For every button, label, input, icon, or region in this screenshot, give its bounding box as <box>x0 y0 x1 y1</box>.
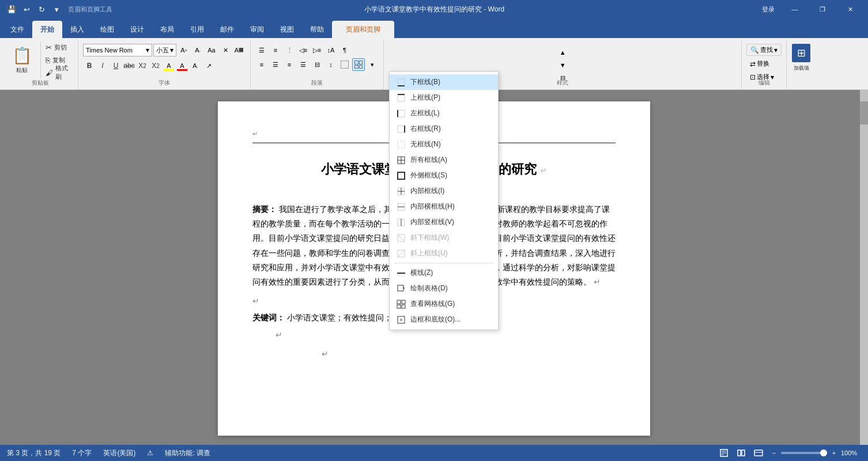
increase-font-button[interactable]: A+ <box>178 44 190 56</box>
restore-button[interactable]: ❐ <box>809 0 836 18</box>
tab-draw[interactable]: 绘图 <box>92 21 122 38</box>
strikethrough-button[interactable]: abc <box>123 59 135 72</box>
font-color-button[interactable]: A <box>176 59 188 72</box>
menu-item-diag-up: 斜上框线(U) <box>390 245 498 261</box>
find-button[interactable]: 🔍 查找 ▾ <box>746 44 782 56</box>
subscript-button[interactable]: X2 <box>136 59 149 72</box>
right-border-icon <box>397 124 406 134</box>
paragraph-row1: ☰ ≡ ⋮ ◁≡ ▷≡ ↕A ¶ <box>255 44 379 56</box>
bullets-button[interactable]: ☰ <box>255 44 268 56</box>
undo-quick-btn[interactable]: ↩ <box>20 2 33 16</box>
bold-button[interactable]: B <box>83 59 96 72</box>
menu-item-outside-border[interactable]: 外侧框线(S) <box>390 168 498 183</box>
justify-button[interactable]: ☰ <box>297 58 310 71</box>
save-quick-btn[interactable]: 💾 <box>5 2 18 16</box>
svg-line-21 <box>398 235 405 241</box>
menu-item-draw-table[interactable]: 绘制表格(D) <box>390 281 498 296</box>
show-hide-button[interactable]: ¶ <box>338 44 351 56</box>
tab-mailings[interactable]: 邮件 <box>212 21 242 38</box>
read-view-btn[interactable] <box>735 447 748 459</box>
context-tab-label: 页眉和页脚工具 <box>68 5 112 14</box>
print-layout-view-btn[interactable] <box>718 447 730 459</box>
zoom-level[interactable]: 100% <box>841 449 861 456</box>
menu-item-top-border[interactable]: 上框线(P) <box>390 90 498 105</box>
font-case-button[interactable]: Aa <box>205 44 218 56</box>
cut-button[interactable]: ✂ 剪切 <box>43 41 73 53</box>
menu-item-left-border[interactable]: 左框线(L) <box>390 105 498 121</box>
col-break-button[interactable]: ⊟ <box>311 58 323 71</box>
language-indicator[interactable]: 英语(美国) <box>103 448 135 458</box>
menu-item-no-border[interactable]: 无框线(N) <box>390 137 498 152</box>
borders-dropdown-button[interactable]: ▾ <box>366 58 379 71</box>
addons-button[interactable]: ⊞ <box>792 44 810 62</box>
tab-view[interactable]: 视图 <box>272 21 302 38</box>
menu-item-view-grid[interactable]: 查看网格线(G) <box>390 296 498 312</box>
tab-help[interactable]: 帮助 <box>302 21 332 38</box>
align-right-button[interactable]: ≡ <box>283 58 296 71</box>
menu-item-borders-shading[interactable]: 边框和底纹(O)... <box>390 312 498 327</box>
paragraph-row2: ≡ ☰ ≡ ☰ ⊟ ↕ ▾ <box>255 58 379 71</box>
vertical-scrollbar[interactable] <box>860 90 868 445</box>
multilevel-list-button[interactable]: ⋮ <box>283 44 296 56</box>
menu-item-inside-border[interactable]: 内部框线(I) <box>390 183 498 199</box>
shading-button[interactable] <box>338 58 351 71</box>
paste-button[interactable]: 📋 粘贴 <box>7 41 37 78</box>
font-family-selector[interactable]: Times New Rom ▾ <box>83 44 152 56</box>
scrollbar-thumb[interactable] <box>860 101 868 124</box>
replace-button[interactable]: ⇄ 替换 <box>746 58 782 69</box>
clear-format-button[interactable]: ✕ <box>219 44 232 56</box>
zoom-slider[interactable] <box>781 452 827 454</box>
align-center-button[interactable]: ☰ <box>269 58 282 71</box>
size-dropdown-icon: ▾ <box>170 46 173 54</box>
menu-item-inner-horiz-border[interactable]: 内部横框线(H) <box>390 199 498 214</box>
decrease-font-button[interactable]: A- <box>191 44 204 56</box>
tab-review[interactable]: 审阅 <box>242 21 272 38</box>
close-button[interactable]: ✕ <box>837 0 863 18</box>
minimize-button[interactable]: — <box>782 0 808 18</box>
font-dialog-button[interactable]: ↗ <box>202 59 215 72</box>
web-view-btn[interactable] <box>752 447 765 459</box>
text-highlight-button[interactable]: A <box>163 59 175 72</box>
menu-item-bottom-border[interactable]: 下框线(B) <box>390 74 498 90</box>
menu-item-right-border[interactable]: 右框线(R) <box>390 121 498 137</box>
inside-border-icon <box>397 187 406 196</box>
addons-group: ⊞ 加载项 <box>787 40 816 89</box>
sort-button[interactable]: ↕A <box>324 44 337 56</box>
decrease-indent-button[interactable]: ◁≡ <box>297 44 310 56</box>
tab-layout[interactable]: 布局 <box>152 21 182 38</box>
menu-item-inner-vert-border[interactable]: 内部竖框线(V) <box>390 214 498 230</box>
styles-scroll-down[interactable]: ▼ <box>556 59 569 71</box>
tab-home[interactable]: 开始 <box>32 21 62 38</box>
align-left-button[interactable]: ≡ <box>255 58 268 71</box>
redo-quick-btn[interactable]: ↻ <box>35 2 48 16</box>
login-button[interactable]: 登录 <box>756 0 780 18</box>
accessibility-status[interactable]: 辅助功能: 调查 <box>165 448 210 458</box>
more-quick-btn[interactable]: ▾ <box>50 2 63 16</box>
tab-header-footer[interactable]: 页眉和页脚 <box>332 21 394 38</box>
italic-button[interactable]: I <box>96 59 109 72</box>
zoom-out-btn[interactable]: − <box>769 448 779 458</box>
tab-file[interactable]: 文件 <box>2 21 32 38</box>
ribbon-tabs: 文件 开始 插入 绘图 设计 布局 引用 邮件 审阅 视图 帮助 页眉和页脚 <box>0 18 868 38</box>
menu-item-all-borders[interactable]: 所有框线(A) <box>390 152 498 168</box>
svg-rect-31 <box>400 319 402 321</box>
zoom-in-btn[interactable]: + <box>829 448 839 458</box>
menu-item-horizontal-line[interactable]: 横线(Z) <box>390 265 498 281</box>
styles-scroll-up[interactable]: ▲ <box>556 46 569 59</box>
underline-button[interactable]: U <box>110 59 122 72</box>
borders-button[interactable] <box>352 58 365 71</box>
tab-references[interactable]: 引用 <box>182 21 212 38</box>
increase-indent-button[interactable]: ▷≡ <box>311 44 323 56</box>
tab-insert[interactable]: 插入 <box>62 21 92 38</box>
status-left: 第 3 页，共 19 页 7 个字 英语(美国) ⚠ 辅助功能: 调查 <box>7 448 210 458</box>
font-size-selector[interactable]: 小五 ▾ <box>153 44 176 56</box>
superscript-button[interactable]: X2 <box>149 59 162 72</box>
text-effects-button[interactable]: A⬛ <box>233 44 246 56</box>
tab-design[interactable]: 设计 <box>122 21 152 38</box>
inner-vert-border-icon <box>397 218 406 227</box>
text-emphasis-button[interactable]: A. <box>189 59 202 72</box>
format-painter-button[interactable]: 🖌 格式刷 <box>43 67 73 78</box>
numbering-button[interactable]: ≡ <box>269 44 282 56</box>
diag-down-icon <box>397 233 406 243</box>
line-spacing-button[interactable]: ↕ <box>324 58 337 71</box>
